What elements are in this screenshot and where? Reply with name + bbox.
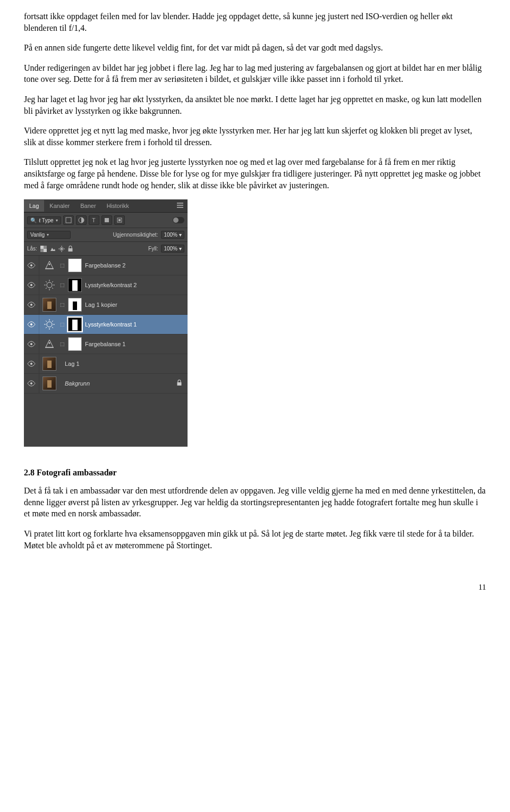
layer-mask-thumb[interactable] [68,337,82,351]
svg-line-32 [52,327,53,328]
layer-name[interactable]: Fargebalanse 1 [85,341,185,347]
tab-historikk[interactable]: Historikk [101,200,134,212]
svg-point-38 [30,363,32,365]
layer-thumb[interactable] [42,357,56,371]
layer-row[interactable]: ⬚ Lysstyrke/kontrast 1 [24,315,188,334]
opacity-field[interactable]: 100% ▾ [161,231,184,239]
chevron-down-icon: ▾ [179,232,182,238]
panel-menu-icon[interactable] [173,203,188,209]
filter-text-icon[interactable]: T [89,215,99,225]
fill-field[interactable]: 100% ▾ [161,245,184,253]
svg-rect-5 [118,219,121,221]
blend-mode-value: Vanlig [30,232,45,238]
visibility-eye-icon[interactable] [24,354,39,373]
brightness-contrast-icon [42,317,56,331]
layer-row[interactable]: ⬚ Fargebalanse 1 [24,334,188,354]
filter-shape-icon[interactable] [101,215,112,225]
visibility-eye-icon[interactable] [24,334,39,354]
link-icon[interactable]: ⬚ [60,341,65,347]
visibility-eye-icon[interactable] [24,374,39,393]
visibility-eye-icon[interactable] [24,315,39,334]
svg-point-15 [47,282,52,288]
layer-row[interactable]: Lag 1 [24,354,188,374]
tab-lag[interactable]: Lag [24,200,44,212]
svg-line-21 [52,288,53,289]
filter-pixel-icon[interactable] [63,215,74,225]
tab-baner[interactable]: Baner [75,200,101,212]
lock-image-icon[interactable] [49,246,56,252]
svg-text:T: T [92,217,96,223]
lock-position-icon[interactable] [58,246,65,252]
layer-mask-thumb[interactable] [68,298,82,312]
svg-point-14 [30,284,32,286]
filter-adjustment-icon[interactable] [76,215,87,225]
opacity-label: Ugjennomsiktighet: [113,232,158,238]
svg-rect-10 [68,248,72,252]
layer-name[interactable]: Lag 1 [65,361,185,367]
svg-point-24 [30,304,32,306]
svg-line-23 [46,288,47,289]
layer-name[interactable]: Lag 1 kopier [85,302,185,308]
layer-name[interactable]: Bakgrunn [65,380,173,387]
opacity-value: 100% [164,232,177,238]
svg-line-33 [52,321,53,322]
link-icon[interactable]: ⬚ [60,282,65,288]
tab-kanaler[interactable]: Kanaler [44,200,75,212]
fill-label: Fyll: [148,246,158,252]
layer-mask-thumb[interactable] [68,317,82,331]
filter-type-label: ℓ Type [39,217,54,223]
section-heading: 2.8 Fotografi ambassadør [24,468,486,478]
svg-rect-9 [40,249,44,252]
link-icon[interactable]: ⬚ [60,322,65,327]
layer-mask-thumb[interactable] [68,258,82,272]
svg-line-20 [46,281,47,282]
svg-rect-7 [44,249,47,252]
svg-line-34 [46,327,47,328]
layer-row[interactable]: ⬚ Fargebalanse 2 [24,256,188,275]
layer-thumb[interactable] [42,298,56,312]
blend-mode-dropdown[interactable]: Vanlig ▾ [27,231,71,239]
paragraph: Under redigeringen av bildet har jeg job… [24,62,486,85]
layer-filter-row: 🔍 ℓ Type ▾ T [24,213,188,228]
layer-name[interactable]: Lysstyrke/kontrast 2 [85,282,185,288]
chevron-down-icon: ▾ [47,232,49,237]
lock-all-icon[interactable] [67,246,73,252]
svg-point-12 [49,264,50,265]
paragraph: Jeg har laget et lag hvor jeg har økt ly… [24,94,486,116]
svg-point-39 [30,382,32,384]
visibility-eye-icon[interactable] [24,275,39,295]
layer-row[interactable]: ⬚ Lysstyrke/kontrast 2 [24,275,188,295]
filter-smart-icon[interactable] [114,215,125,225]
svg-point-36 [49,342,50,344]
link-icon[interactable]: ⬚ [60,302,65,307]
visibility-eye-icon[interactable] [24,256,39,275]
filter-type-dropdown[interactable]: 🔍 ℓ Type ▾ [27,216,61,224]
paragraph: fortsatt ikke oppdaget feilen med for la… [24,11,486,34]
svg-point-11 [30,264,32,266]
svg-rect-13 [45,269,54,269]
blend-opacity-row: Vanlig ▾ Ugjennomsiktighet: 100% ▾ [24,228,188,242]
svg-rect-3 [105,218,109,222]
layer-row[interactable]: ⬚ Lag 1 kopier [24,295,188,315]
layer-thumb[interactable] [42,376,56,390]
layer-name[interactable]: Lysstyrke/kontrast 1 [85,321,185,328]
filter-search-icon: 🔍 [30,217,37,223]
layer-row[interactable]: Bakgrunn [24,374,188,394]
paragraph: Tilslutt opprettet jeg nok et lag hvor j… [24,156,486,191]
svg-point-25 [30,323,32,325]
paragraph: Det å få tak i en ambassadør var den mes… [24,485,486,520]
filter-toggle[interactable] [173,217,184,223]
panel-tabs: Lag Kanaler Baner Historikk [24,199,188,213]
svg-rect-6 [40,246,44,249]
chevron-down-icon: ▾ [56,218,58,223]
lock-transparent-icon[interactable] [40,246,47,252]
visibility-eye-icon[interactable] [24,295,39,314]
chevron-down-icon: ▾ [179,246,182,252]
svg-rect-0 [66,217,71,223]
layer-name[interactable]: Fargebalanse 2 [85,262,185,269]
svg-line-22 [52,281,53,282]
layers-list: ⬚ Fargebalanse 2 ⬚ Lysstyrke/kontrast 2 … [24,256,188,447]
link-icon[interactable]: ⬚ [60,263,65,268]
brightness-contrast-icon [42,278,56,292]
layer-mask-thumb[interactable] [68,278,82,292]
